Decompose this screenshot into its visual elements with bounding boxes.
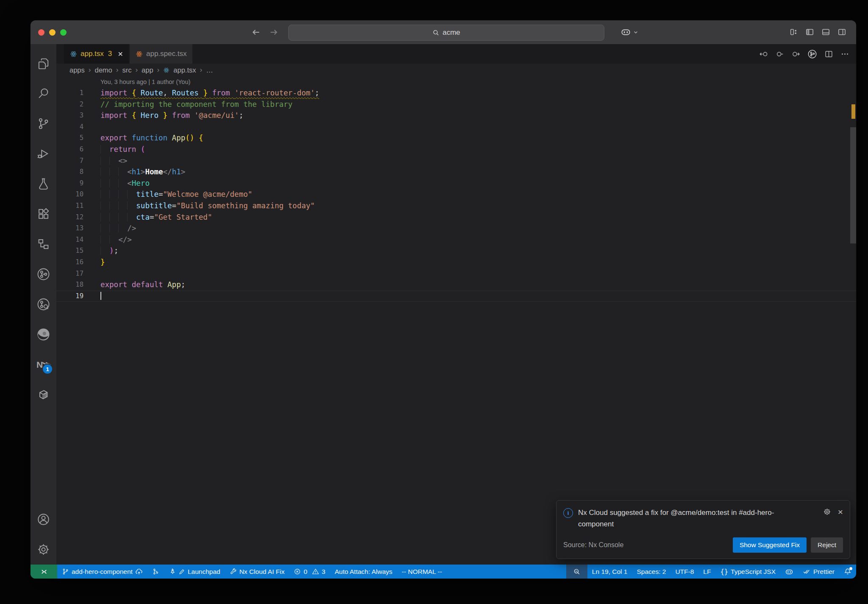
search-icon[interactable] <box>31 78 56 109</box>
notifications-status[interactable] <box>839 565 856 579</box>
formatter-status[interactable]: Prettier <box>798 565 839 579</box>
code-line[interactable]: 6 return ( <box>56 144 856 155</box>
explorer-icon[interactable] <box>31 48 56 78</box>
code-editor[interactable]: 1import { Route, Routes } from 'react-ro… <box>56 87 856 565</box>
line-number: 5 <box>56 132 100 144</box>
line-number: 17 <box>56 268 100 280</box>
cursor-position-status[interactable]: Ln 19, Col 1 <box>587 565 632 579</box>
customize-layout-icon[interactable] <box>789 28 798 36</box>
search-value: acme <box>442 28 460 37</box>
run-circle-icon[interactable] <box>775 50 784 59</box>
auto-attach-status[interactable]: Auto Attach: Always <box>330 565 397 579</box>
reject-button[interactable]: Reject <box>811 537 843 553</box>
accounts-icon[interactable] <box>31 504 56 534</box>
problems-status[interactable]: 0 3 <box>289 565 330 579</box>
double-check-icon <box>803 568 811 576</box>
run-debug-icon[interactable] <box>31 139 56 169</box>
more-actions-icon[interactable] <box>840 50 849 59</box>
zoom-window-button[interactable] <box>60 29 67 36</box>
copilot-menu[interactable] <box>620 27 638 37</box>
launchpad-status[interactable]: Launchpad <box>164 565 225 579</box>
crumb-demo[interactable]: demo <box>95 66 112 74</box>
settings-gear-icon[interactable] <box>31 534 56 565</box>
editor-scrollbar[interactable] <box>850 84 856 565</box>
tab-app-spec-tsx[interactable]: app.spec.tsx <box>130 44 192 64</box>
code-line[interactable]: 4 <box>56 121 856 133</box>
toggle-secondary-sidebar-icon[interactable] <box>837 28 846 36</box>
tab-app-tsx[interactable]: app.tsx 3 × <box>64 44 129 64</box>
notification-settings-gear-icon[interactable] <box>823 508 831 516</box>
code-line[interactable]: 7 <> <box>56 155 856 167</box>
code-line[interactable]: 15 ); <box>56 245 856 257</box>
vim-mode-status[interactable]: -- NORMAL -- <box>397 565 447 579</box>
react-icon <box>136 50 143 58</box>
code-line[interactable]: 16} <box>56 257 856 268</box>
forward-arrow-icon[interactable] <box>269 27 279 37</box>
indentation-status[interactable]: Spaces: 2 <box>632 565 670 579</box>
containers-icon[interactable] <box>31 380 56 410</box>
code-line[interactable]: 5export function App() { <box>56 132 856 144</box>
graph-search-icon[interactable] <box>31 289 56 319</box>
crumb-file[interactable]: app.tsx <box>173 66 196 74</box>
remote-indicator[interactable] <box>31 565 57 579</box>
eol-status[interactable]: LF <box>698 565 715 579</box>
language-mode-status[interactable]: {} TypeScript JSX <box>715 565 780 579</box>
code-line[interactable]: 10 title="Welcmoe @acme/demo" <box>56 189 856 200</box>
wrench-icon <box>230 568 237 575</box>
graph-icon[interactable] <box>31 259 56 289</box>
code-line[interactable]: 19 <box>56 291 856 302</box>
goto-previous-icon[interactable] <box>759 50 768 59</box>
line-number: 4 <box>56 121 100 133</box>
code-line[interactable]: 8 <h1>Home</h1> <box>56 166 856 178</box>
code-line[interactable]: 3import { Hero } from '@acme/ui'; <box>56 110 856 121</box>
code-line[interactable]: 13 /> <box>56 223 856 234</box>
status-bar: add-hero-component Launchpad Nx Cloud AI… <box>31 565 856 579</box>
code-line[interactable]: 11 subtitle="Build something amazing tod… <box>56 200 856 212</box>
back-arrow-icon[interactable] <box>251 27 261 37</box>
code-line[interactable]: 12 cta="Get Started" <box>56 212 856 223</box>
toggle-panel-icon[interactable] <box>821 28 830 36</box>
crumb-src[interactable]: src <box>122 66 131 74</box>
nx-status-item[interactable] <box>147 565 164 579</box>
show-suggested-fix-button[interactable]: Show Suggested Fix <box>733 537 807 553</box>
warning-squiggle: import { Route, Routes } from 'react-rou… <box>100 89 319 97</box>
minimize-window-button[interactable] <box>49 29 56 36</box>
notification-source: Source: Nx Console <box>563 541 623 549</box>
zoom-indicator[interactable] <box>566 565 587 579</box>
toggle-primary-sidebar-icon[interactable] <box>805 28 814 36</box>
code-line[interactable]: 2// importing the component from the lib… <box>56 99 856 110</box>
git-branch-status[interactable]: add-hero-component <box>57 565 147 579</box>
crumb-app[interactable]: app <box>142 66 153 74</box>
references-icon[interactable] <box>31 229 56 259</box>
copilot-status[interactable] <box>780 565 798 579</box>
testing-icon[interactable] <box>31 169 56 199</box>
nx-cloud-ai-fix-status[interactable]: Nx Cloud AI Fix <box>225 565 289 579</box>
split-editor-icon[interactable] <box>824 50 833 59</box>
extensions-icon[interactable] <box>31 199 56 229</box>
nx-run-target-icon[interactable] <box>807 49 817 59</box>
crumb-symbol[interactable]: … <box>206 66 213 74</box>
code-line[interactable]: 18export default App; <box>56 279 856 291</box>
code-line[interactable]: 17 <box>56 268 856 280</box>
run-forward-icon[interactable] <box>791 50 800 59</box>
scrollbar-thumb[interactable] <box>850 127 856 243</box>
notification-toast: i Nx Cloud suggested a fix for @acme/dem… <box>556 500 850 559</box>
code-line[interactable]: 9 <Hero <box>56 178 856 189</box>
edge-browser-icon[interactable] <box>31 319 56 350</box>
close-icon[interactable]: × <box>118 50 123 58</box>
line-number: 9 <box>56 178 100 189</box>
cloud-upload-icon <box>135 568 143 576</box>
close-window-button[interactable] <box>38 29 45 36</box>
nx-console-icon[interactable]: N≫ 1 <box>31 350 56 380</box>
command-center-search[interactable]: acme <box>288 25 604 41</box>
close-icon[interactable]: × <box>838 507 843 516</box>
code-line[interactable]: 1import { Route, Routes } from 'react-ro… <box>56 87 856 99</box>
code-line[interactable]: 14 </> <box>56 234 856 246</box>
source-control-icon[interactable] <box>31 109 56 139</box>
encoding-status[interactable]: UTF-8 <box>670 565 698 579</box>
chevron-right-icon: › <box>135 66 138 74</box>
crumb-apps[interactable]: apps <box>70 66 85 74</box>
line-number: 12 <box>56 212 100 223</box>
code-lines: 1import { Route, Routes } from 'react-ro… <box>56 87 856 302</box>
line-number: 8 <box>56 166 100 178</box>
